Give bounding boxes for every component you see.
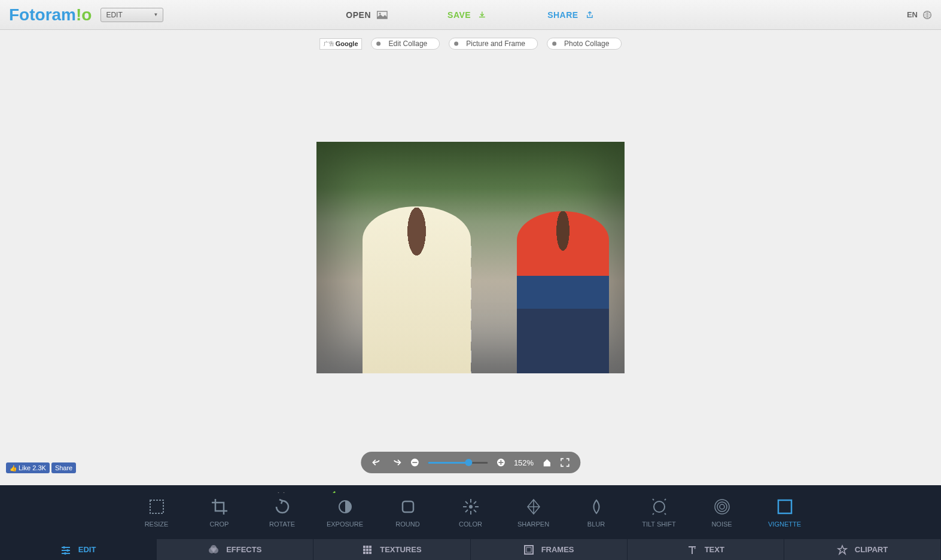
svg-rect-24 <box>778 500 791 513</box>
tab-label: TEXTURES <box>380 545 421 554</box>
globe-icon <box>922 10 932 20</box>
logo-text: Fotoram <box>9 5 76 25</box>
svg-rect-36 <box>369 549 371 551</box>
tool-exposure[interactable]: EXPOSURE <box>327 498 363 541</box>
tool-noise[interactable]: NOISE <box>704 498 740 541</box>
tool-label: NOISE <box>711 521 732 528</box>
svg-line-19 <box>465 510 468 512</box>
tool-crop[interactable]: CROP <box>202 498 237 541</box>
exposure-icon <box>336 498 354 516</box>
svg-rect-4 <box>412 462 417 463</box>
tool-rotate[interactable]: ROTATE <box>264 498 300 541</box>
language-label: EN <box>907 10 918 19</box>
crop-icon <box>211 498 229 516</box>
tab-effects[interactable]: EFFECTS <box>157 539 313 560</box>
home-icon[interactable] <box>542 458 552 467</box>
tab-label: EFFECTS <box>226 545 261 554</box>
tab-text[interactable]: +TEXT <box>628 539 784 560</box>
tool-label: EXPOSURE <box>327 521 363 528</box>
facebook-widget: Like 2.3K Share <box>6 462 76 473</box>
svg-point-25 <box>63 546 65 549</box>
svg-point-21 <box>720 504 724 509</box>
tool-label: TILT SHIFT <box>642 521 675 528</box>
tool-label: SHARPEN <box>517 521 549 528</box>
photo-content <box>517 211 610 373</box>
save-label: SAVE <box>447 10 471 20</box>
effects-icon <box>208 544 219 555</box>
svg-rect-10 <box>403 501 413 512</box>
tab-label: FRAMES <box>541 545 574 554</box>
svg-rect-32 <box>366 546 369 548</box>
tab-clipart[interactable]: CLIPART <box>784 539 941 560</box>
svg-rect-39 <box>369 552 371 554</box>
tool-sharpen[interactable]: SHARPEN <box>516 498 552 541</box>
svg-rect-40 <box>525 546 533 554</box>
header-actions: OPEN SAVE SHARE <box>346 10 595 20</box>
mode-dropdown-label: EDIT <box>106 11 122 19</box>
tool-resize[interactable]: RESIZE <box>139 498 175 541</box>
fb-share-button[interactable]: Share <box>51 462 76 473</box>
svg-point-26 <box>66 549 69 552</box>
svg-point-20 <box>654 501 665 512</box>
tab-frames[interactable]: FRAMES <box>471 539 628 560</box>
sharpen-icon <box>525 498 543 516</box>
edit-icon <box>60 544 71 555</box>
tool-blur[interactable]: BLUR <box>578 498 614 541</box>
blur-icon <box>587 498 605 516</box>
svg-rect-8 <box>150 500 163 513</box>
resize-icon <box>148 498 166 516</box>
svg-line-18 <box>474 501 476 504</box>
tab-textures[interactable]: TEXTURES <box>313 539 470 560</box>
svg-rect-34 <box>363 549 366 551</box>
tab-label: CLIPART <box>855 545 888 554</box>
tiltshift-icon <box>650 498 668 516</box>
svg-point-22 <box>717 502 727 512</box>
logo[interactable]: Fotoram!o <box>9 5 92 25</box>
svg-rect-31 <box>363 546 366 548</box>
download-icon <box>477 11 488 19</box>
photo-canvas[interactable] <box>316 142 625 373</box>
tool-label: BLUR <box>587 521 605 528</box>
save-button[interactable]: SAVE <box>447 10 488 20</box>
svg-rect-37 <box>363 552 366 554</box>
share-icon <box>584 11 595 19</box>
tab-label: TEXT <box>705 545 724 554</box>
zoom-thumb[interactable] <box>465 459 472 466</box>
zoom-toolbar: 152% <box>361 452 580 473</box>
fullscreen-icon[interactable] <box>560 458 570 467</box>
svg-rect-7 <box>500 460 501 465</box>
svg-point-27 <box>64 552 66 555</box>
tool-label: ROTATE <box>269 521 295 528</box>
tool-tiltshift[interactable]: TILT SHIFT <box>641 498 677 541</box>
zoom-slider[interactable] <box>428 462 488 464</box>
zoom-in-icon[interactable] <box>496 458 505 467</box>
tab-edit[interactable]: EDIT <box>0 539 157 560</box>
round-icon <box>399 498 417 516</box>
tool-vignette[interactable]: VIGNETTE <box>767 498 803 541</box>
zoom-out-icon[interactable] <box>410 458 419 467</box>
mode-dropdown[interactable]: EDIT <box>101 8 163 22</box>
zoom-fill <box>428 462 468 464</box>
svg-rect-33 <box>369 546 371 548</box>
redo-icon[interactable] <box>391 458 401 467</box>
language-selector[interactable]: EN <box>907 10 932 20</box>
svg-point-11 <box>469 505 473 509</box>
svg-line-16 <box>465 501 468 504</box>
fb-like-button[interactable]: Like 2.3K <box>6 462 50 473</box>
textures-icon <box>362 544 373 555</box>
clipart-icon <box>837 544 848 555</box>
photo-content <box>363 206 470 373</box>
undo-icon[interactable] <box>371 458 382 467</box>
text-icon: + <box>687 544 698 555</box>
tool-label: COLOR <box>459 521 482 528</box>
rotate-icon <box>273 498 291 516</box>
tool-color[interactable]: COLOR <box>453 498 489 541</box>
open-button[interactable]: OPEN <box>346 10 388 20</box>
noise-icon <box>713 498 731 516</box>
canvas-area <box>0 30 941 485</box>
svg-line-17 <box>474 510 476 512</box>
header: Fotoram!o EDIT OPEN SAVE SHARE EN <box>0 0 941 30</box>
share-button[interactable]: SHARE <box>547 10 595 20</box>
svg-rect-41 <box>526 547 531 552</box>
tool-round[interactable]: ROUND <box>390 498 426 541</box>
